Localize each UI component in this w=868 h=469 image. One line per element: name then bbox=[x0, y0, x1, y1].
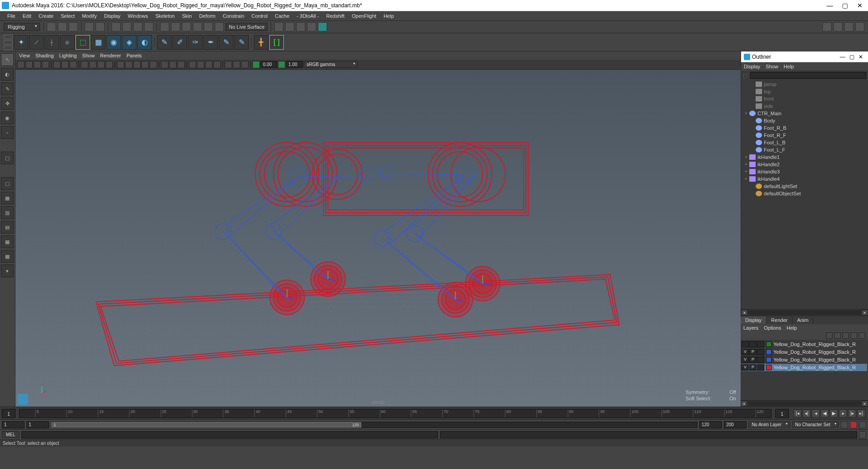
multi-sample-icon[interactable] bbox=[205, 61, 212, 68]
render-view-icon[interactable] bbox=[307, 22, 316, 31]
bookmarks-icon[interactable] bbox=[42, 61, 49, 68]
layer-playback-toggle[interactable]: P bbox=[749, 364, 757, 371]
scroll-right-button[interactable]: ▸ bbox=[862, 310, 868, 316]
grease-pencil-icon[interactable] bbox=[70, 61, 77, 68]
anim-layer-dropdown[interactable]: No Anim Layer bbox=[748, 421, 790, 428]
move-layer-up-icon[interactable] bbox=[826, 332, 833, 339]
layer-visibility-toggle[interactable]: V bbox=[742, 357, 749, 363]
shadows-icon[interactable] bbox=[150, 61, 157, 68]
character-set-dropdown[interactable]: No Character Set bbox=[792, 421, 839, 428]
panel-menu-view[interactable]: View bbox=[19, 53, 30, 58]
color-management-dropdown[interactable]: sRGB gamma bbox=[303, 61, 358, 68]
layer-color-swatch[interactable] bbox=[766, 349, 772, 355]
layer-visibility-toggle[interactable]: V bbox=[742, 349, 749, 355]
move-tool[interactable]: ✥ bbox=[1, 97, 14, 110]
paint-select-tool[interactable]: ✎ bbox=[1, 82, 14, 95]
select-by-hierarchy-icon[interactable] bbox=[122, 22, 131, 31]
select-by-component-icon[interactable] bbox=[144, 22, 153, 31]
outliner-item-defaultLightSet[interactable]: defaultLightSet bbox=[741, 183, 868, 190]
step-forward-key-button[interactable]: |▸ bbox=[848, 409, 856, 418]
shelf-insert-joint-icon[interactable]: ⟋ bbox=[29, 35, 44, 50]
ao-icon[interactable] bbox=[189, 61, 196, 68]
maximize-button[interactable]: ▢ bbox=[842, 2, 848, 9]
layer-row[interactable]: VPYellow_Dog_Robot_Rigged_Black_R bbox=[742, 348, 867, 356]
selection-mask-icon[interactable] bbox=[111, 22, 121, 31]
shelf-orient-joint-icon[interactable]: ⟐ bbox=[60, 35, 75, 50]
textured-icon[interactable] bbox=[133, 61, 141, 68]
shelf-cluster-icon[interactable]: ◈ bbox=[122, 35, 136, 50]
scroll-left-button[interactable]: ◂ bbox=[741, 401, 747, 407]
shelf-ik-handle-icon[interactable]: ⬚ bbox=[76, 35, 90, 50]
outliner-hscroll[interactable]: ◂ ▸ bbox=[741, 309, 868, 316]
snap-point-icon[interactable] bbox=[182, 22, 191, 31]
layer-playback-toggle[interactable]: P bbox=[749, 357, 757, 363]
move-layer-down-icon[interactable] bbox=[834, 332, 841, 339]
scroll-right-button[interactable]: ▸ bbox=[862, 401, 868, 407]
hypershade-icon[interactable] bbox=[318, 22, 327, 31]
expand-toggle[interactable]: + bbox=[743, 169, 749, 174]
anim-end-field[interactable] bbox=[724, 421, 747, 428]
menu-deform[interactable]: Deform bbox=[196, 12, 219, 20]
layer-extra-toggle[interactable] bbox=[757, 357, 764, 363]
auto-key-icon[interactable] bbox=[841, 421, 848, 428]
outliner-maximize-button[interactable]: ▢ bbox=[847, 54, 856, 60]
outliner-item-CTR_Main[interactable]: +CTR_Main bbox=[741, 110, 868, 117]
layer-visibility-toggle[interactable] bbox=[742, 341, 749, 347]
outliner-item-Foot_L_F[interactable]: Foot_L_F bbox=[741, 146, 868, 153]
playback-end-field[interactable] bbox=[699, 421, 722, 428]
expand-toggle[interactable]: + bbox=[743, 162, 749, 167]
shelf-mirror-joint-icon[interactable]: ⟊ bbox=[45, 35, 59, 50]
menu-modify[interactable]: Modify bbox=[78, 12, 100, 20]
shelf-ik-spline-icon[interactable]: ▦ bbox=[91, 35, 106, 50]
shelf-lattice-icon[interactable]: ◉ bbox=[106, 35, 121, 50]
outliner-item-defaultObjectSet[interactable]: defaultObjectSet bbox=[741, 190, 868, 197]
layer-row[interactable]: Yellow_Dog_Robot_Rigged_Black_R bbox=[742, 341, 867, 348]
layer-extra-toggle[interactable] bbox=[757, 341, 764, 347]
motion-blur-icon[interactable] bbox=[197, 61, 204, 68]
shelf-constraint1-icon[interactable]: ╋ bbox=[254, 35, 268, 50]
scale-tool[interactable]: ▫ bbox=[1, 126, 14, 139]
layer-tab-anim[interactable]: Anim bbox=[792, 316, 813, 324]
panel-menu-show[interactable]: Show bbox=[82, 53, 95, 58]
film-gate-icon[interactable] bbox=[89, 61, 96, 68]
render-frame-icon[interactable] bbox=[274, 22, 283, 31]
menu-openflight[interactable]: OpenFlight bbox=[348, 12, 380, 20]
shelf-bind-skin-icon[interactable]: ✎ bbox=[157, 35, 172, 50]
last-tool[interactable]: ▢ bbox=[1, 152, 14, 164]
shelf-hammer-weights-icon[interactable]: ✎ bbox=[234, 35, 249, 50]
shelf-tabs[interactable] bbox=[4, 34, 13, 51]
go-to-start-button[interactable]: |◂ bbox=[793, 409, 802, 418]
menu-skeleton[interactable]: Skeleton bbox=[151, 12, 178, 20]
layer-tab-render[interactable]: Render bbox=[767, 316, 792, 324]
play-backward-button[interactable]: ◀ bbox=[821, 409, 829, 418]
minimize-button[interactable]: — bbox=[827, 2, 833, 9]
channel-box-icon[interactable] bbox=[855, 22, 864, 31]
layer-menu-help[interactable]: Help bbox=[787, 325, 797, 331]
command-input[interactable] bbox=[21, 431, 439, 438]
step-forward-button[interactable]: ▸ bbox=[839, 409, 847, 418]
outliner-item-ikHandle1[interactable]: +ikHandle1 bbox=[741, 153, 868, 161]
outliner-item-persp[interactable]: persp bbox=[741, 81, 868, 88]
outliner-menu-help[interactable]: Help bbox=[784, 64, 794, 69]
select-camera-icon[interactable] bbox=[17, 61, 25, 68]
modeling-toolkit-icon[interactable] bbox=[823, 22, 832, 31]
layer-row[interactable]: VPYellow_Dog_Robot_Rigged_Black_R bbox=[742, 364, 867, 371]
layer-tab-display[interactable]: Display bbox=[741, 316, 767, 324]
menu-cache[interactable]: Cache bbox=[271, 12, 293, 20]
gamma-toggle-icon[interactable] bbox=[278, 61, 285, 68]
outliner-search-input[interactable] bbox=[750, 72, 866, 79]
layer-color-swatch[interactable] bbox=[766, 357, 772, 362]
tool-settings-icon[interactable] bbox=[844, 22, 853, 31]
expand-toggle[interactable]: + bbox=[743, 155, 749, 159]
layer-color-swatch[interactable] bbox=[766, 365, 772, 370]
layer-menu-layers[interactable]: Layers bbox=[743, 325, 758, 331]
dof-icon[interactable] bbox=[213, 61, 221, 68]
use-lights-icon[interactable] bbox=[141, 61, 149, 68]
playback-start-field[interactable] bbox=[26, 421, 49, 428]
single-pane-icon[interactable]: ▢ bbox=[1, 177, 14, 190]
current-frame-end[interactable]: 1 bbox=[775, 409, 789, 418]
exposure-toggle-icon[interactable] bbox=[252, 61, 260, 68]
panel-menu-lighting[interactable]: Lighting bbox=[59, 53, 77, 58]
isolate-select-icon[interactable] bbox=[161, 61, 168, 68]
menu-constrain[interactable]: Constrain bbox=[219, 12, 248, 20]
